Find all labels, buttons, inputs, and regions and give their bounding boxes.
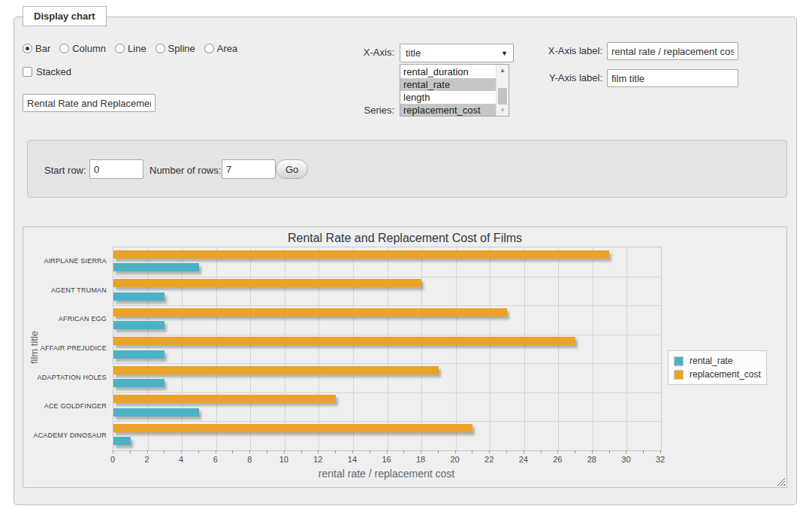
legend-label: rental_rate (690, 356, 732, 366)
chart-type-label: Line (128, 43, 146, 54)
stacked-checkbox-box[interactable] (23, 67, 32, 77)
y-axis-label-input[interactable] (607, 69, 738, 87)
radio-icon[interactable] (115, 44, 125, 53)
gridline (113, 363, 661, 364)
tick-mark (403, 450, 404, 453)
radio-icon[interactable] (204, 44, 214, 53)
x-tick-label: 26 (553, 455, 562, 464)
scroll-down-icon[interactable]: ▼ (497, 105, 509, 116)
tick-mark (335, 450, 336, 453)
gridline (285, 247, 285, 450)
x-tick-label: 16 (382, 455, 391, 464)
category-label: ADAPTATION HOLES (24, 374, 107, 381)
scrollbar-thumb[interactable] (498, 88, 507, 105)
tick-mark (506, 450, 507, 453)
resize-grip-icon[interactable] (777, 477, 785, 486)
tick-mark (421, 450, 421, 453)
tick-mark (455, 450, 456, 453)
chart-type-label: Area (217, 43, 237, 54)
tick-mark (575, 450, 575, 453)
x-tick-label: 6 (213, 455, 218, 464)
tick-mark (130, 450, 131, 453)
series-option-rental_rate[interactable]: rental_rate (400, 78, 496, 91)
series-option-length[interactable]: length (400, 91, 496, 104)
y-axis-label-field-label: Y-Axis label: (518, 72, 602, 83)
chart-type-option-line[interactable]: Line (115, 43, 146, 54)
x-tick-label: 14 (348, 455, 357, 464)
bar-rental_rate (113, 437, 131, 445)
series-option-list: rental_durationrental_ratelengthreplacem… (400, 65, 496, 117)
chart-type-label: Spline (168, 43, 195, 54)
bar-rental_rate (113, 263, 199, 271)
category-label: AIRPLANE SIERRA (24, 257, 107, 265)
tick-mark (352, 450, 353, 453)
gridline (216, 247, 217, 450)
x-axis-label-input[interactable] (607, 42, 738, 60)
bar-rental_rate (113, 379, 165, 387)
tick-mark (472, 450, 472, 453)
tick-mark (643, 450, 644, 453)
category-label: ACADEMY DINOSAUR (24, 432, 107, 439)
chart-type-option-column[interactable]: Column (59, 43, 106, 54)
x-tick-label: 20 (451, 455, 460, 464)
series-option-rental_duration[interactable]: rental_duration (400, 65, 496, 78)
fieldset-legend: Display chart (23, 6, 107, 26)
tick-mark (609, 450, 610, 453)
bar-replacement_cost (113, 279, 421, 287)
tick-mark (387, 450, 388, 453)
tick-mark (164, 450, 165, 453)
x-axis-title: rental rate / replacement cost (113, 468, 660, 480)
x-tick-label: 22 (484, 455, 494, 464)
series-list-scrollbar[interactable]: ▲ ▼ (496, 65, 509, 116)
legend-swatch-icon (674, 356, 684, 366)
x-axis-select[interactable]: title ▼ (400, 44, 514, 62)
chart-type-label: Column (72, 43, 106, 54)
series-multiselect[interactable]: rental_durationrental_ratelengthreplacem… (400, 64, 509, 117)
series-option-replacement_cost[interactable]: replacement_cost (400, 104, 496, 117)
y-axis-title: film title (29, 331, 40, 364)
x-axis-selected-value: title (406, 47, 421, 59)
chart-type-option-area[interactable]: Area (204, 43, 237, 54)
stacked-checkbox[interactable]: Stacked (23, 66, 71, 77)
tick-mark (318, 450, 318, 453)
gridline (318, 247, 319, 450)
number-of-rows-input[interactable] (222, 159, 276, 179)
tick-mark (660, 450, 661, 453)
chart-title-input[interactable] (23, 94, 155, 112)
radio-icon[interactable] (155, 44, 165, 53)
legend-item-rental_rate: rental_rate (674, 354, 761, 368)
gridline (626, 247, 627, 450)
tick-mark (370, 450, 370, 453)
legend-item-replacement_cost: replacement_cost (674, 368, 761, 381)
series-select-label: Series: (331, 105, 394, 116)
scroll-up-icon[interactable]: ▲ (497, 65, 509, 76)
radio-icon[interactable] (59, 44, 69, 53)
gridline (593, 247, 593, 450)
bar-replacement_cost (113, 366, 439, 374)
bar-rental_rate (113, 292, 165, 301)
x-tick-label: 12 (313, 455, 322, 464)
tick-mark (626, 450, 626, 453)
gridline (113, 421, 661, 422)
gridline (558, 247, 559, 450)
category-label: AGENT TRUMAN (24, 286, 107, 294)
tick-mark (267, 450, 267, 453)
x-tick-label: 2 (144, 455, 149, 464)
gridline (250, 247, 251, 450)
x-tick-label: 32 (656, 455, 665, 464)
start-row-input[interactable] (89, 159, 143, 179)
x-tick-label: 24 (519, 455, 528, 464)
gridline (388, 247, 388, 450)
chart-type-option-spline[interactable]: Spline (155, 43, 195, 54)
radio-icon[interactable] (23, 44, 32, 53)
x-tick-label: 18 (416, 455, 425, 464)
x-tick-label: 0 (110, 455, 115, 464)
tick-mark (249, 450, 250, 453)
chart-type-option-bar[interactable]: Bar (23, 43, 50, 54)
go-button[interactable]: Go (276, 159, 308, 179)
legend-label: replacement_cost (690, 369, 761, 380)
chart-type-radio-group: BarColumnLineSplineArea (23, 42, 242, 54)
chart-legend: rental_ratereplacement_cost (668, 350, 767, 385)
gridline (353, 247, 354, 450)
x-tick-label: 8 (247, 455, 252, 464)
